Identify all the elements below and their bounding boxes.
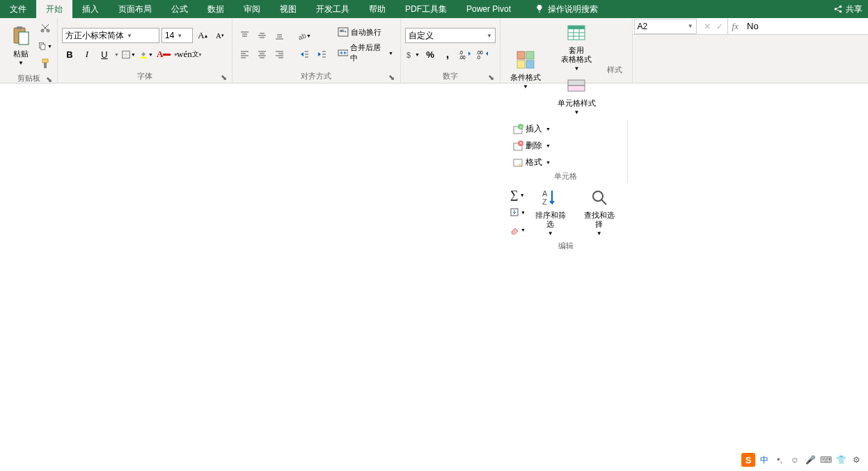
align-left-button[interactable] bbox=[237, 47, 252, 62]
ime-emoji-icon[interactable]: ☺ bbox=[789, 454, 801, 466]
cancel-formula-button[interactable]: ✕ bbox=[704, 22, 711, 31]
svg-text:ab: ab bbox=[340, 29, 345, 33]
clear-icon bbox=[510, 225, 519, 234]
increase-decimal-button[interactable]: .0.00 bbox=[457, 47, 473, 62]
svg-rect-52 bbox=[517, 51, 525, 59]
tell-me-search[interactable]: 操作说明搜索 bbox=[535, 3, 598, 15]
lightbulb-icon bbox=[535, 4, 544, 14]
svg-rect-4 bbox=[17, 26, 22, 29]
decrease-indent-button[interactable] bbox=[297, 47, 312, 62]
font-name-combo[interactable]: 方正小标宋简体▼ bbox=[62, 28, 159, 43]
tab-developer[interactable]: 开发工具 bbox=[306, 0, 359, 18]
insert-cells-button[interactable]: +插入▼ bbox=[509, 122, 554, 136]
ime-mic-icon[interactable]: 🎤 bbox=[804, 454, 816, 466]
enter-formula-button[interactable]: ✓ bbox=[716, 22, 723, 31]
underline-button[interactable]: U bbox=[97, 47, 112, 62]
align-right-button[interactable] bbox=[271, 47, 287, 62]
cut-button[interactable] bbox=[38, 20, 53, 35]
svg-rect-53 bbox=[526, 51, 534, 59]
formula-bar: A2▼ ✕ ✓ fx bbox=[633, 18, 868, 35]
borders-icon bbox=[122, 49, 130, 60]
tab-formulas[interactable]: 公式 bbox=[161, 0, 198, 18]
tab-data[interactable]: 数据 bbox=[198, 0, 234, 18]
clear-button[interactable]: ▼ bbox=[509, 222, 526, 237]
decrease-decimal-button[interactable]: .00.0 bbox=[475, 47, 490, 62]
tab-file[interactable]: 文件 bbox=[0, 0, 36, 18]
clipboard-group-label: 剪贴板 bbox=[17, 74, 40, 82]
bold-button[interactable]: B bbox=[62, 47, 77, 62]
borders-button[interactable]: ▼ bbox=[121, 47, 136, 62]
group-clipboard: 粘贴 ▼ ▼ 剪贴板⬊ bbox=[0, 18, 58, 83]
tab-help[interactable]: 帮助 bbox=[359, 0, 395, 18]
tab-pagelayout[interactable]: 页面布局 bbox=[109, 0, 161, 18]
share-button[interactable]: 共享 bbox=[833, 3, 868, 15]
svg-rect-5 bbox=[19, 32, 29, 45]
paste-button[interactable]: 粘贴 ▼ bbox=[4, 24, 38, 69]
find-select-button[interactable]: 查找和选择▼ bbox=[575, 185, 624, 239]
cell-styles-button[interactable]: 单元格样式▼ bbox=[552, 73, 601, 118]
tab-powerpivot[interactable]: Power Pivot bbox=[457, 0, 521, 18]
orientation-button[interactable]: ab▼ bbox=[297, 28, 312, 43]
format-cells-button[interactable]: 格式▼ bbox=[509, 155, 554, 170]
ime-lang-toggle[interactable]: 中 bbox=[758, 454, 771, 466]
italic-button[interactable]: I bbox=[79, 47, 95, 62]
svg-rect-11 bbox=[44, 63, 47, 68]
percent-button[interactable]: % bbox=[423, 47, 438, 62]
tab-review[interactable]: 审阅 bbox=[234, 0, 270, 18]
accounting-format-button[interactable]: $▼ bbox=[405, 47, 420, 62]
number-format-combo[interactable]: 自定义▼ bbox=[405, 28, 496, 43]
align-top-button[interactable] bbox=[237, 28, 252, 43]
share-icon bbox=[833, 4, 843, 14]
delete-icon: × bbox=[512, 141, 523, 152]
sogou-ime-icon[interactable]: S bbox=[741, 453, 755, 467]
tab-view[interactable]: 视图 bbox=[270, 0, 306, 18]
paste-label: 粘贴 bbox=[13, 49, 29, 58]
tab-home[interactable]: 开始 bbox=[36, 0, 72, 18]
autosum-button[interactable]: ∑▼ bbox=[509, 187, 526, 202]
ime-settings-icon[interactable]: ⚙ bbox=[850, 454, 862, 466]
fill-color-button[interactable]: ▼ bbox=[139, 47, 154, 62]
font-size-combo[interactable]: 14▼ bbox=[161, 28, 193, 43]
phonetic-button[interactable]: wén文 bbox=[180, 47, 196, 62]
conditional-format-button[interactable]: 条件格式▼ bbox=[505, 47, 546, 93]
svg-text:.0: .0 bbox=[459, 50, 463, 55]
group-editing: ∑▼ ▼ ▼ AZ排序和筛选▼ 查找和选择▼ 编辑 bbox=[505, 183, 628, 253]
comma-button[interactable]: , bbox=[440, 47, 455, 62]
wrap-icon: ab bbox=[338, 26, 349, 38]
cell-styles-icon bbox=[567, 76, 586, 95]
format-painter-button[interactable] bbox=[38, 56, 53, 72]
name-box[interactable]: A2▼ bbox=[634, 19, 697, 34]
ime-keyboard-icon[interactable]: ⌨ bbox=[819, 454, 832, 466]
group-font: 方正小标宋简体▼ 14▼ A▴ A▾ B I U ▼ ▼ ▼ A ▼ wén文 … bbox=[58, 18, 232, 83]
tab-insert[interactable]: 插入 bbox=[72, 0, 109, 18]
wrap-text-button[interactable]: ab自动换行 bbox=[335, 26, 396, 38]
increase-font-button[interactable]: A▴ bbox=[195, 28, 210, 43]
sort-filter-icon: AZ bbox=[541, 188, 560, 207]
ime-punct-icon[interactable]: •, bbox=[773, 454, 786, 466]
svg-rect-9 bbox=[41, 45, 45, 50]
align-center-button[interactable] bbox=[254, 47, 269, 62]
increase-indent-button[interactable] bbox=[314, 47, 329, 62]
font-color-button[interactable]: A bbox=[156, 47, 171, 62]
sort-filter-button[interactable]: AZ排序和筛选▼ bbox=[526, 185, 575, 239]
merge-center-button[interactable]: 合并后居中▼ bbox=[335, 42, 396, 64]
copy-button[interactable]: ▼ bbox=[38, 38, 53, 54]
tab-pdftools[interactable]: PDF工具集 bbox=[395, 0, 457, 18]
ime-skin-icon[interactable]: 👕 bbox=[835, 454, 847, 466]
formula-input[interactable] bbox=[743, 19, 868, 34]
align-middle-button[interactable] bbox=[254, 28, 269, 43]
svg-text:+: + bbox=[519, 124, 523, 130]
orientation-icon: ab bbox=[297, 31, 306, 41]
fx-button[interactable]: fx bbox=[728, 21, 743, 32]
clipboard-dialog-launcher[interactable]: ⬊ bbox=[45, 75, 53, 83]
decrease-font-button[interactable]: A▾ bbox=[212, 28, 228, 43]
group-cells: +插入▼ ×删除▼ 格式▼ 单元格 bbox=[505, 120, 628, 183]
delete-cells-button[interactable]: ×删除▼ bbox=[509, 138, 554, 153]
alignment-dialog-launcher[interactable]: ⬊ bbox=[388, 73, 396, 81]
format-table-button[interactable]: 套用 表格格式▼ 单元格样式▼ bbox=[546, 20, 607, 120]
font-dialog-launcher[interactable]: ⬊ bbox=[219, 73, 228, 81]
number-dialog-launcher[interactable]: ⬊ bbox=[487, 73, 496, 81]
align-bottom-button[interactable] bbox=[271, 28, 287, 43]
svg-rect-10 bbox=[42, 59, 48, 63]
fill-button[interactable]: ▼ bbox=[509, 205, 526, 220]
